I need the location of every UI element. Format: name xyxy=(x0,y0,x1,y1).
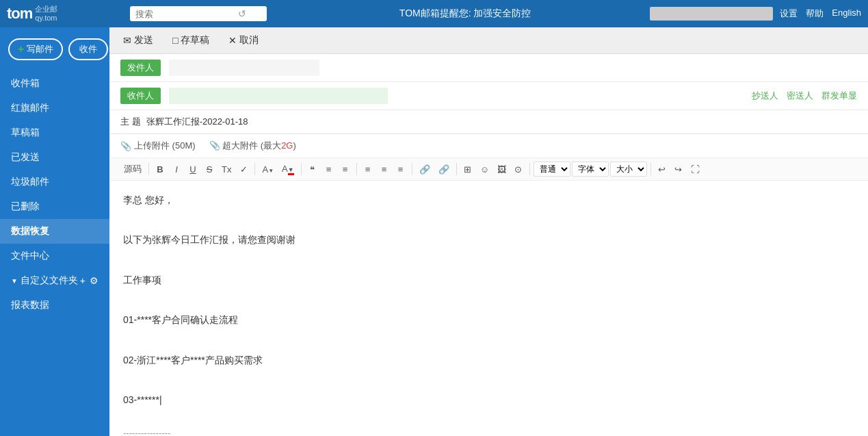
app-header: tom 企业邮 qy.tom ↺ TOM邮箱提醒您: 加强安全防控 设置 帮助 … xyxy=(0,0,868,27)
logo-enterprise: 企业邮 qy.tom xyxy=(35,5,57,23)
paragraph-style-select[interactable]: 普通 xyxy=(534,162,570,177)
source-btn[interactable]: 源码 xyxy=(120,161,145,177)
font-family-select[interactable]: 字体 xyxy=(572,162,609,177)
body-line-4: 工作事项 xyxy=(123,272,854,289)
subject-label: 主 题 xyxy=(120,116,141,128)
cancel-toolbar-button[interactable]: ✕ 取消 xyxy=(226,33,261,48)
align-right-btn[interactable]: ≡ xyxy=(393,162,408,177)
subject-row: 主 题 张辉工作汇报-2022-01-18 xyxy=(109,110,868,134)
upload-attach-label: 上传附件 (50M) xyxy=(134,140,196,152)
divider5 xyxy=(412,163,412,175)
ordered-list-btn[interactable]: ≡ xyxy=(338,162,353,177)
large-attach-button[interactable]: 📎 超大附件 (最大2G) xyxy=(209,140,296,152)
sidebar-item-deleted[interactable]: 已删除 xyxy=(0,194,109,219)
draft-icon: □ xyxy=(172,35,178,46)
emoji-btn[interactable]: ☺ xyxy=(477,162,492,177)
signature-text: ---------------- xyxy=(123,428,170,436)
upload-attach-button[interactable]: 📎 上传附件 (50M) xyxy=(120,140,196,152)
inbox-button[interactable]: 收件 xyxy=(68,38,108,60)
to-label: 收件人 xyxy=(120,88,161,104)
checkmark-btn[interactable]: ✓ xyxy=(236,162,251,177)
to-input[interactable] xyxy=(169,88,388,104)
folder-actions: + ⚙ xyxy=(80,275,98,286)
cancel-icon: ✕ xyxy=(228,35,237,46)
undo-btn[interactable]: ↩ xyxy=(655,162,670,177)
send-toolbar-label: 发送 xyxy=(134,34,153,47)
italic-btn[interactable]: I xyxy=(169,162,184,177)
compose-label: 写邮件 xyxy=(27,43,53,55)
underline-btn[interactable]: U xyxy=(185,162,200,177)
settings-link[interactable]: 设置 xyxy=(780,8,798,20)
large-attach-icon: 📎 xyxy=(209,140,220,151)
divider7 xyxy=(529,163,530,175)
divider8 xyxy=(650,163,651,175)
from-input[interactable] xyxy=(169,60,319,76)
body-line-8: 02-浙江****客户****产品购买需求 xyxy=(123,352,854,369)
custom-folder-label: 自定义文件夹 xyxy=(21,274,78,287)
unlink-btn[interactable]: 🔗 xyxy=(435,162,453,177)
sidebar-item-sent[interactable]: 已发送 xyxy=(0,145,109,170)
fullscreen-btn[interactable]: ⛶ xyxy=(687,162,703,177)
sidebar-item-drafts[interactable]: 草稿箱 xyxy=(0,120,109,145)
add-folder-icon[interactable]: + xyxy=(80,275,86,286)
redo-btn[interactable]: ↪ xyxy=(671,162,686,177)
draft-toolbar-button[interactable]: □ 存草稿 xyxy=(170,33,212,48)
search-area[interactable]: ↺ xyxy=(130,6,267,21)
sidebar-item-report[interactable]: 报表数据 xyxy=(0,293,109,318)
group-send-button[interactable]: 群发单显 xyxy=(821,90,857,102)
sidebar-btn-area: + 写邮件 收件 xyxy=(0,33,109,66)
font-size-select[interactable]: 大小 xyxy=(610,162,647,177)
compose-button[interactable]: + 写邮件 xyxy=(8,38,63,60)
header-title: TOM邮箱提醒您: 加强安全防控 xyxy=(280,8,650,20)
body-line-10[interactable]: 03-******| xyxy=(123,392,854,409)
sidebar-item-redflag[interactable]: 红旗邮件 xyxy=(0,96,109,120)
sidebar-item-recovery[interactable]: 数据恢复 xyxy=(0,219,109,244)
unordered-list-btn[interactable]: ≡ xyxy=(321,162,337,177)
sidebar-custom-folder[interactable]: ▼ 自定义文件夹 + ⚙ xyxy=(0,268,109,293)
paperclip-icon: 📎 xyxy=(120,141,131,151)
signature-area: ---------------- xyxy=(109,422,868,436)
compose-toolbar: ✉ 发送 □ 存草稿 ✕ 取消 xyxy=(109,27,868,54)
large-size: 2G xyxy=(281,140,293,151)
divider3 xyxy=(301,163,302,175)
search-input[interactable] xyxy=(135,9,238,19)
bold-btn[interactable]: B xyxy=(153,162,168,177)
format-toolbar: 源码 B I U S Tx ✓ A▼ A▼ ❝ ≡ ≡ ≡ ≡ ≡ � xyxy=(109,158,868,181)
sidebar-item-files[interactable]: 文件中心 xyxy=(0,244,109,268)
bg-color-btn[interactable]: A▼ xyxy=(278,162,298,177)
image-btn[interactable]: 🖼 xyxy=(494,162,510,177)
divider4 xyxy=(356,163,357,175)
folder-settings-icon[interactable]: ⚙ xyxy=(90,275,98,286)
align-left-btn[interactable]: ≡ xyxy=(360,162,376,177)
sidebar-item-spam[interactable]: 垃圾邮件 xyxy=(0,170,109,194)
font-color-btn[interactable]: A▼ xyxy=(259,162,277,177)
compose-content: ✉ 发送 □ 存草稿 ✕ 取消 发件人 收件人 xyxy=(109,27,868,436)
send-toolbar-button[interactable]: ✉ 发送 xyxy=(120,33,156,48)
divider1 xyxy=(148,163,149,175)
clear-format-btn[interactable]: Tx xyxy=(218,162,235,177)
help-link[interactable]: 帮助 xyxy=(806,8,824,20)
sidebar-item-inbox[interactable]: 收件箱 xyxy=(0,71,109,96)
compose-form: 发件人 收件人 抄送人 密送人 群发单显 主 题 张辉工作汇报-2022-01-… xyxy=(109,54,868,436)
search-icon[interactable]: ↺ xyxy=(238,8,246,19)
plus-icon: + xyxy=(18,43,24,55)
language-link[interactable]: English xyxy=(832,8,861,20)
editor-area[interactable]: 李总 您好， 以下为张辉今日工作汇报，请您查阅谢谢 工作事项 01-****客户… xyxy=(109,181,868,422)
logo-area: tom 企业邮 qy.tom xyxy=(7,5,116,23)
subject-value[interactable]: 张辉工作汇报-2022-01-18 xyxy=(146,116,248,128)
align-center-btn[interactable]: ≡ xyxy=(377,162,392,177)
body-line-2: 以下为张辉今日工作汇报，请您查阅谢谢 xyxy=(123,231,854,248)
bcc-button[interactable]: 密送人 xyxy=(787,90,813,102)
to-right-actions: 抄送人 密送人 群发单显 xyxy=(752,90,857,102)
chevron-down-icon: ▼ xyxy=(11,277,18,285)
strikethrough-btn[interactable]: S xyxy=(202,162,217,177)
link-btn[interactable]: 🔗 xyxy=(416,162,434,177)
sidebar: + 写邮件 收件 收件箱 红旗邮件 草稿箱 已发送 垃圾邮件 已删除 数据恢复 xyxy=(0,27,109,436)
blockquote-btn[interactable]: ❝ xyxy=(305,162,320,177)
cc-button[interactable]: 抄送人 xyxy=(752,90,778,102)
special-char-btn[interactable]: ⊙ xyxy=(511,162,526,177)
body-line-6: 01-****客户合同确认走流程 xyxy=(123,311,854,329)
cancel-toolbar-label: 取消 xyxy=(239,34,259,47)
send-icon: ✉ xyxy=(123,35,131,46)
table-btn[interactable]: ⊞ xyxy=(460,162,475,177)
